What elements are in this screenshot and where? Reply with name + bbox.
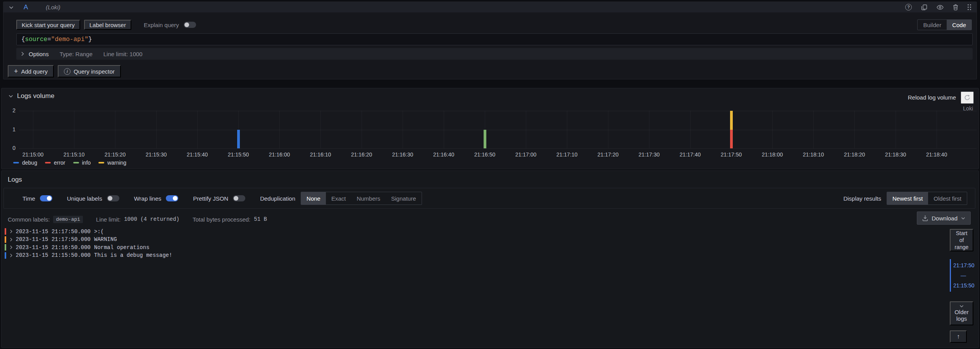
query-value-token: "demo-api" (51, 36, 88, 43)
query-open-brace: { (21, 36, 25, 43)
query-operator-token: = (47, 36, 51, 43)
v-gridline (813, 111, 814, 148)
v-gridline (320, 111, 321, 148)
wrap-lines-toggle[interactable] (166, 195, 178, 201)
label-browser-button[interactable]: Label browser (84, 20, 131, 30)
query-inspector-button[interactable]: i Query inspector (58, 65, 121, 77)
options-line-limit: Line limit: 1000 (103, 51, 143, 57)
x-tick-label: 21:17:10 (548, 151, 586, 158)
legend-item-info[interactable]: info (73, 160, 91, 166)
download-button[interactable]: Download (917, 211, 971, 225)
kick-start-query-button[interactable]: Kick start your query (16, 20, 80, 30)
log-expand-chevron-icon[interactable] (10, 229, 12, 234)
help-icon[interactable]: ? (905, 4, 912, 10)
prettify-json-toggle[interactable] (233, 195, 245, 201)
dedup-option-numbers[interactable]: Numbers (351, 192, 386, 205)
log-message: WARNING (94, 236, 117, 242)
line-limit-group: Line limit: 1000 (4 returned) (96, 216, 179, 223)
log-message: >:( (94, 229, 104, 235)
start-of-range-button[interactable]: Start of range (950, 229, 973, 251)
log-row[interactable]: 2023-11-15 21:15:50.000 This is a debug … (5, 252, 944, 259)
options-title: Options (29, 51, 49, 57)
explain-query-toggle[interactable] (184, 22, 196, 28)
scroll-to-top-button[interactable]: ↑ (950, 330, 967, 343)
v-gridline (896, 111, 896, 148)
y-tick-label: 1 (5, 126, 16, 132)
v-gridline (279, 111, 280, 148)
common-labels-label: Common labels: (8, 216, 50, 223)
section-collapse-chevron-icon[interactable] (9, 95, 13, 98)
legend-item-debug[interactable]: debug (13, 160, 37, 166)
x-tick-label: 21:17:30 (630, 151, 668, 158)
deduplication-label: Deduplication (260, 195, 295, 202)
options-chevron-right-icon (21, 52, 24, 56)
x-tick-label: 21:16:10 (301, 151, 340, 158)
x-tick-label: 21:17:40 (671, 151, 710, 158)
line-limit-label: Line limit: (96, 216, 121, 223)
prettify-json-control: Prettify JSON (193, 195, 245, 202)
common-labels-badge: demo-api (53, 216, 83, 223)
legend-item-warning[interactable]: warning (98, 160, 126, 166)
log-row[interactable]: 2023-11-15 21:17:50.000 >:( (5, 228, 944, 235)
log-timestamp: 2023-11-15 21:17:50.000 (16, 236, 91, 242)
log-row[interactable]: 2023-11-15 21:16:50.000 Normal operation… (5, 244, 944, 251)
v-gridline (197, 111, 198, 148)
options-type: Type: Range (60, 51, 93, 57)
dedup-option-exact[interactable]: Exact (326, 192, 351, 205)
log-expand-chevron-icon[interactable] (10, 253, 12, 258)
reload-log-volume-button[interactable] (961, 91, 974, 104)
unique-labels-toggle[interactable] (107, 195, 119, 201)
prettify-json-toggle-label: Prettify JSON (193, 195, 228, 202)
dedup-option-signature[interactable]: Signature (386, 192, 421, 205)
v-gridline (526, 111, 526, 148)
bytes-processed-value: 51 B (254, 216, 267, 222)
query-ref-id[interactable]: A (24, 3, 28, 11)
older-logs-button[interactable]: Older logs (950, 301, 973, 325)
log-expand-chevron-icon[interactable] (10, 237, 12, 242)
x-tick-label: 21:16:00 (260, 151, 299, 158)
code-mode-option[interactable]: Code (947, 20, 971, 30)
log-expand-chevron-icon[interactable] (10, 245, 12, 249)
h-gridline (19, 130, 977, 130)
log-message: This is a debug message! (94, 252, 172, 258)
h-gridline (19, 111, 977, 111)
v-gridline (649, 111, 649, 148)
reload-log-volume-label[interactable]: Reload log volume (908, 94, 956, 101)
chart-legend: debugerrorinfowarning (13, 160, 126, 166)
legend-item-error[interactable]: error (45, 160, 65, 166)
query-editor-row: A (Loki) ? Kick start your query Label b… (3, 2, 977, 79)
deduplication-control: Deduplication None Exact Numbers Signatu… (260, 192, 422, 205)
log-row[interactable]: 2023-11-15 21:17:50.000 WARNING (5, 236, 944, 243)
query-toolbar: Kick start your query Label browser Expl… (16, 19, 972, 30)
query-row-header[interactable]: A (Loki) ? (3, 2, 977, 12)
query-options-row[interactable]: Options Type: Range Line limit: 1000 (16, 48, 973, 60)
toggle-visibility-eye-icon[interactable] (937, 5, 944, 10)
copy-query-icon[interactable] (921, 4, 927, 10)
dedup-option-none[interactable]: None (301, 192, 326, 205)
legend-swatch (45, 162, 51, 164)
logs-meta-row: Common labels: demo-api Line limit: 1000… (8, 213, 280, 226)
wrap-lines-control: Wrap lines (134, 195, 179, 202)
display-results-label: Display results (843, 195, 881, 202)
legend-swatch (73, 162, 79, 164)
delete-query-trash-icon[interactable] (953, 4, 958, 10)
log-timestamp: 2023-11-15 21:17:50.000 (16, 229, 91, 235)
builder-mode-option[interactable]: Builder (918, 20, 947, 30)
legend-swatch (13, 162, 19, 164)
logql-query-input[interactable]: {source="demo-api"} (16, 33, 973, 45)
v-gridline (690, 111, 691, 148)
v-gridline (608, 111, 608, 148)
time-toggle[interactable] (40, 195, 52, 201)
log-level-indicator (5, 236, 6, 243)
logs-volume-header[interactable]: Logs volume (9, 92, 54, 100)
bytes-processed-group: Total bytes processed: 51 B (193, 216, 267, 223)
query-close-brace: } (88, 36, 92, 43)
drag-handle-grip-icon[interactable] (968, 4, 971, 10)
collapse-chevron-icon[interactable] (9, 6, 14, 9)
plus-icon: + (14, 68, 18, 74)
add-query-button[interactable]: + Add query (8, 65, 54, 77)
newest-first-option[interactable]: Newest first (887, 192, 928, 205)
current-page-time-range[interactable]: 21:17:50 — 21:15:50 (950, 259, 973, 292)
log-level-indicator (5, 252, 6, 259)
oldest-first-option[interactable]: Oldest first (928, 192, 967, 205)
